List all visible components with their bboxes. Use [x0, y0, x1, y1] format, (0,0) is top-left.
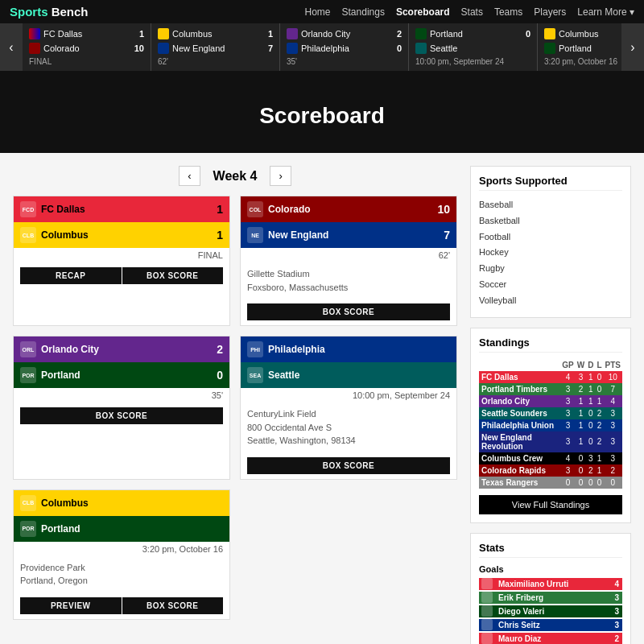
game-status: 35' — [14, 388, 229, 402]
nav-home[interactable]: Home — [305, 6, 331, 18]
standing-pts: 10 — [604, 371, 622, 383]
standing-pts: 3 — [604, 431, 622, 452]
stats-subtitle: Goals — [479, 564, 622, 574]
stats-player-badge — [481, 605, 493, 617]
ticker-badge1 — [287, 28, 298, 39]
game-team1: FCD FC Dallas 1 — [14, 196, 229, 222]
stats-player-val: 4 — [609, 578, 622, 590]
ticker-name2: Portland — [559, 43, 621, 53]
team2-badge: NE — [247, 227, 263, 243]
standing-pts: 7 — [604, 383, 622, 395]
ticker-badge2 — [544, 43, 555, 54]
standing-pts: 3 — [604, 407, 622, 419]
stats-player-row: Mauro Diaz 2 — [479, 633, 622, 644]
ticker-badge1 — [544, 28, 555, 39]
team1-score: 10 — [437, 203, 450, 216]
game-venue: CenturyLink Field800 Occidental Ave SSea… — [241, 402, 456, 452]
standing-team: Texas Rangers — [479, 477, 560, 489]
standing-gp: 3 — [560, 407, 575, 419]
standing-w: 1 — [576, 407, 586, 419]
standing-team: FC Dallas — [479, 371, 560, 383]
standing-w: 2 — [576, 383, 586, 395]
standing-gp: 3 — [560, 419, 575, 431]
ticker-team2: Colorado 10 — [29, 41, 144, 56]
ticker-prev[interactable]: ‹ — [0, 23, 23, 71]
week-next-button[interactable]: › — [270, 166, 291, 186]
standing-d: 0 — [586, 419, 595, 431]
nav-stats[interactable]: Stats — [461, 6, 483, 18]
ticker-badge1 — [415, 28, 427, 39]
game-team2: POR Portland 0 — [14, 362, 229, 388]
game-team1: CLB Columbus — [14, 490, 229, 516]
stats-player-val: 2 — [609, 633, 622, 644]
nav-players[interactable]: Players — [534, 6, 566, 18]
game-action-box-score[interactable]: BOX SCORE — [247, 457, 450, 474]
stats-player-badge — [481, 578, 493, 589]
stats-player-name: Mauro Diaz — [495, 633, 609, 644]
standing-team: Philadelphia Union — [479, 419, 560, 431]
game-action-box-score[interactable]: BOX SCORE — [20, 407, 223, 424]
week-title: Week 4 — [213, 169, 258, 184]
game-status: 10:00 pm, September 24 — [241, 388, 456, 402]
standing-team: Orlando City — [479, 395, 560, 407]
standing-pts: 2 — [604, 464, 622, 477]
game-status: FINAL — [14, 248, 229, 262]
ticker-game-1: Columbus 1 New England 7 62' — [151, 23, 280, 71]
week-prev-button[interactable]: ‹ — [179, 166, 200, 186]
sport-item: Hockey — [479, 245, 622, 261]
game-venue: Gillette StadiumFoxsboro, Massachusetts — [241, 262, 456, 299]
ticker-name2: Philadelphia — [301, 43, 382, 53]
ticker-team1: Columbus 1 — [158, 27, 273, 41]
nav-teams[interactable]: Teams — [494, 6, 522, 18]
game-card-g3: ORL Orlando City 2 POR Portland 0 35' BO… — [13, 336, 230, 480]
ticker-status: 35' — [287, 56, 402, 68]
standing-gp: 4 — [560, 452, 575, 464]
stats-player-badge — [481, 619, 493, 630]
team2-score: 0 — [217, 369, 223, 382]
ticker-team1: Columbus — [544, 27, 621, 41]
standing-pts: 3 — [604, 452, 622, 464]
ticker-next[interactable]: › — [621, 23, 644, 71]
standing-pts: 3 — [604, 419, 622, 431]
standing-w: 1 — [576, 395, 586, 407]
nav-scoreboard[interactable]: Scoreboard — [396, 6, 450, 18]
game-action-box-score[interactable]: BOX SCORE — [122, 267, 224, 284]
stats-player-name: Maximiliano Urruti — [495, 578, 609, 590]
ticker-game-4: Columbus Portland 3:20 pm, October 16 — [538, 23, 621, 71]
standings-section: Standings GP W D L PTS FC Dallas 4 3 1 0… — [470, 328, 631, 523]
game-action-box-score[interactable]: BOX SCORE — [247, 303, 450, 320]
ticker-team1: FC Dallas 1 — [29, 27, 144, 41]
view-standings-button[interactable]: View Full Standings — [479, 495, 622, 514]
ticker-badge2 — [29, 43, 40, 54]
game-status: 3:20 pm, October 16 — [14, 542, 229, 556]
team2-badge: POR — [20, 367, 36, 383]
ticker-badge2 — [415, 43, 427, 54]
sport-item: Volleyball — [479, 293, 622, 309]
game-action-preview[interactable]: PREVIEW — [20, 597, 122, 614]
standing-d: 0 — [586, 407, 595, 419]
brand-bench: Bench — [48, 5, 89, 19]
team1-badge: COL — [247, 201, 263, 217]
sport-item: Soccer — [479, 277, 622, 293]
stats-player-val: 3 — [609, 592, 622, 604]
standings-row: Seattle Sounders 3 1 0 2 3 — [479, 407, 622, 419]
right-sidebar: Sports Supported BaseballBasketballFootb… — [470, 166, 631, 644]
game-action-recap[interactable]: RECAP — [20, 267, 122, 284]
stats-player-name: Diego Valeri — [495, 605, 609, 617]
game-card-g4: PHI Philadelphia SEA Seattle 10:00 pm, S… — [240, 336, 457, 480]
sports-supported-section: Sports Supported BaseballBasketballFootb… — [470, 166, 631, 318]
standing-w: 0 — [576, 464, 586, 477]
ticker-games: FC Dallas 1 Colorado 10 FINAL Columbus 1… — [23, 23, 621, 71]
nav-learnmore[interactable]: Learn More ▾ — [577, 6, 634, 18]
sports-title: Sports Supported — [479, 175, 622, 191]
stats-player-name: Erik Friberg — [495, 592, 609, 604]
standings-row: Philadelphia Union 3 1 0 2 3 — [479, 419, 622, 431]
score-ticker: ‹ FC Dallas 1 Colorado 10 FINAL Columbus… — [0, 23, 644, 71]
game-actions: PREVIEWBOX SCORE — [14, 592, 229, 619]
nav-standings[interactable]: Standings — [342, 6, 385, 18]
game-team2: SEA Seattle — [241, 362, 456, 388]
standing-gp: 3 — [560, 383, 575, 395]
standing-d: 0 — [586, 477, 595, 489]
team1-name: FC Dallas — [41, 204, 85, 215]
game-action-box-score[interactable]: BOX SCORE — [122, 597, 224, 614]
